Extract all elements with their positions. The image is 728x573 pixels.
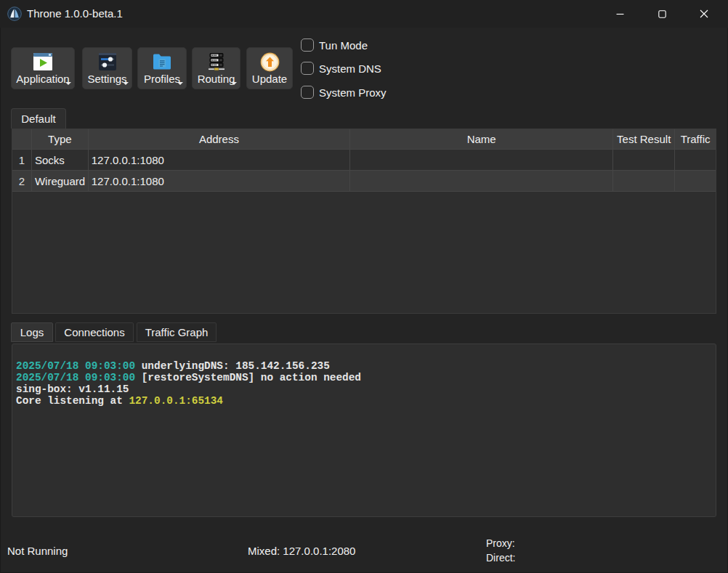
log-message: Core listening at (16, 395, 129, 407)
maximize-button[interactable] (641, 0, 683, 28)
window-title: Throne 1.0.0-beta.1 (27, 0, 123, 28)
update-circle-arrow-icon (247, 52, 292, 72)
test-result-cell[interactable] (613, 150, 675, 171)
tab-connections-label: Connections (64, 326, 124, 338)
proxy-table: Type Address Name Test Result Traffic 1 … (12, 129, 716, 314)
app-window: Throne 1.0.0-beta.1 Application (0, 0, 728, 573)
name-cell[interactable] (350, 171, 613, 192)
tab-traffic-graph[interactable]: Traffic Graph (137, 322, 217, 342)
system-dns-label: System DNS (319, 62, 381, 75)
tun-mode-checkbox-row[interactable]: Tun Mode (301, 38, 368, 52)
column-header-traffic[interactable]: Traffic (675, 129, 716, 150)
status-direct-label: Direct: (486, 552, 515, 564)
log-pane[interactable]: 2025/07/18 09:03:00 underlyingDNS: 185.1… (12, 344, 716, 517)
corner-header-cell[interactable] (12, 129, 32, 150)
status-proxy-label: Proxy: (486, 537, 515, 549)
column-header-name[interactable]: Name (350, 129, 613, 150)
app-logo-icon (7, 7, 22, 21)
update-button[interactable]: Update (246, 47, 293, 89)
profiles-button[interactable]: Profiles (137, 47, 187, 89)
routing-button[interactable]: Routing (192, 47, 240, 89)
tab-default[interactable]: Default (11, 108, 66, 129)
address-cell[interactable]: 127.0.0.1:1080 (89, 150, 350, 171)
row-number-cell[interactable]: 1 (12, 150, 32, 171)
close-button[interactable] (683, 0, 725, 28)
sliders-icon (83, 52, 132, 71)
server-stack-icon (193, 52, 240, 71)
titlebar: Throne 1.0.0-beta.1 (0, 0, 728, 28)
address-cell[interactable]: 127.0.0.1:1080 (89, 171, 350, 192)
column-header-type[interactable]: Type (32, 129, 89, 150)
column-header-test-result[interactable]: Test Result (613, 129, 675, 150)
tab-logs[interactable]: Logs (11, 322, 53, 342)
table-header-row: Type Address Name Test Result Traffic (12, 129, 716, 150)
dropdown-arrow-icon (177, 82, 183, 85)
test-result-cell[interactable] (613, 171, 675, 192)
log-line: 2025/07/18 09:03:00 [restoreSystemDNS] n… (16, 372, 361, 383)
type-cell[interactable]: Wireguard (32, 171, 89, 192)
log-line: 2025/07/18 09:03:00 underlyingDNS: 185.1… (16, 360, 361, 372)
app-window-play-icon (12, 52, 74, 71)
system-proxy-checkbox[interactable] (301, 86, 314, 99)
traffic-cell[interactable] (675, 150, 716, 171)
system-dns-checkbox-row[interactable]: System DNS (301, 62, 381, 75)
log-message: underlyingDNS: 185.142.156.235 (135, 360, 330, 372)
folder-document-icon (138, 52, 186, 71)
tun-mode-checkbox[interactable] (301, 38, 314, 52)
table-row[interactable]: 2 Wireguard 127.0.0.1:1080 (12, 171, 716, 192)
tab-traffic-graph-label: Traffic Graph (145, 326, 209, 338)
log-message: [restoreSystemDNS] no action needed (135, 372, 361, 383)
log-line: Core listening at 127.0.0.1:65134 (16, 395, 361, 407)
status-mixed-address: Mixed: 127.0.0.1:2080 (248, 545, 355, 557)
tab-logs-label: Logs (20, 326, 44, 338)
log-timestamp: 2025/07/18 09:03:00 (16, 360, 135, 372)
table-row[interactable]: 1 Socks 127.0.0.1:1080 (12, 150, 716, 171)
application-button[interactable]: Application (11, 47, 75, 89)
tab-connections[interactable]: Connections (55, 322, 134, 342)
row-number-cell[interactable]: 2 (12, 171, 32, 192)
log-message: sing-box: v1.11.15 (16, 383, 129, 395)
system-proxy-label: System Proxy (319, 86, 387, 99)
window-controls (599, 0, 725, 28)
minimize-button[interactable] (599, 0, 641, 28)
type-cell[interactable]: Socks (32, 150, 89, 171)
system-dns-checkbox[interactable] (301, 62, 314, 75)
tab-default-label: Default (21, 113, 56, 125)
dropdown-arrow-icon (123, 82, 129, 85)
tun-mode-label: Tun Mode (319, 39, 368, 52)
log-content: 2025/07/18 09:03:00 underlyingDNS: 185.1… (16, 360, 361, 407)
traffic-cell[interactable] (675, 171, 716, 192)
name-cell[interactable] (350, 150, 613, 171)
dropdown-arrow-icon (231, 82, 237, 85)
update-button-label: Update (247, 73, 292, 85)
system-proxy-checkbox-row[interactable]: System Proxy (301, 86, 387, 99)
column-header-address[interactable]: Address (89, 129, 350, 150)
log-highlight: 127.0.0.1:65134 (129, 395, 223, 407)
log-timestamp: 2025/07/18 09:03:00 (16, 372, 135, 383)
log-line: sing-box: v1.11.15 (16, 383, 361, 395)
dropdown-arrow-icon (65, 82, 71, 85)
status-running-state: Not Running (7, 545, 68, 557)
settings-button[interactable]: Settings (82, 47, 132, 89)
